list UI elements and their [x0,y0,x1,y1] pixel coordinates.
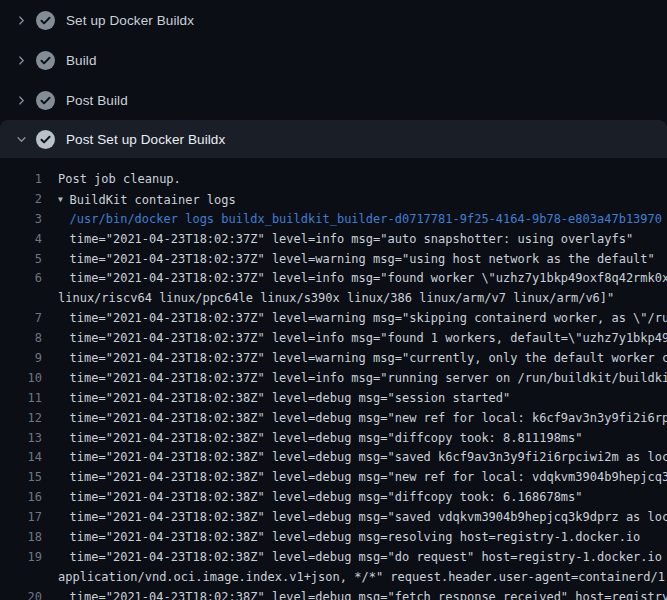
log-row: 6time="2021-04-23T18:02:37Z" level=info … [0,269,667,289]
log-row: 7time="2021-04-23T18:02:37Z" level=warni… [0,309,667,329]
log-line-number[interactable]: 14 [0,448,42,468]
log-line-number[interactable]: 18 [0,528,42,548]
chevron-right-icon[interactable] [10,95,32,106]
log-row: 20time="2021-04-23T18:02:38Z" level=debu… [0,588,667,600]
log-line-text: Post job cleanup. [58,170,181,190]
chevron-right-icon[interactable] [10,55,32,66]
log-line-number[interactable]: 6 [0,269,42,289]
step-row-set-up-docker-buildx[interactable]: Set up Docker Buildx [0,0,667,40]
log-line-number[interactable]: 11 [0,389,42,409]
check-circle-icon [36,51,55,70]
log-line-text: time="2021-04-23T18:02:38Z" level=debug … [58,468,667,488]
actions-log-viewer: Set up Docker Buildx Build Post Build [0,0,667,600]
chevron-down-icon[interactable] [10,134,32,145]
step-title: Post Build [66,93,128,108]
log-row: 10time="2021-04-23T18:02:37Z" level=info… [0,369,667,389]
log-row: 1Post job cleanup. [0,170,667,190]
log-row: 13time="2021-04-23T18:02:38Z" level=debu… [0,429,667,449]
log-row: 18time="2021-04-23T18:02:38Z" level=debu… [0,528,667,548]
log-line-text: time="2021-04-23T18:02:38Z" level=debug … [58,488,583,508]
check-circle-icon [36,11,55,30]
log-line-number[interactable]: 20 [0,588,42,600]
log-line-text: time="2021-04-23T18:02:37Z" level=info m… [58,329,667,349]
log-line-number[interactable]: 4 [0,230,42,250]
step-title: Post Set up Docker Buildx [66,132,225,147]
log-command-text: /usr/bin/docker logs buildx_buildkit_bui… [58,210,662,230]
log-line-text: time="2021-04-23T18:02:38Z" level=debug … [58,409,667,429]
log-line-number[interactable]: 13 [0,429,42,449]
log-line-text: time="2021-04-23T18:02:37Z" level=info m… [58,230,633,250]
log-line-text: time="2021-04-23T18:02:38Z" level=debug … [58,588,667,600]
log-line-text: time="2021-04-23T18:02:38Z" level=debug … [58,389,510,409]
log-area: 1Post job cleanup.2▼BuildKit container l… [0,158,667,600]
log-line-number[interactable]: 2 [0,190,42,210]
log-row: 9time="2021-04-23T18:02:37Z" level=warni… [0,349,667,369]
check-circle-icon [36,91,55,110]
steps-list: Set up Docker Buildx Build Post Build [0,0,667,120]
log-group-label: BuildKit container logs [70,192,236,206]
log-row: 12time="2021-04-23T18:02:38Z" level=debu… [0,409,667,429]
step-title: Build [66,53,97,68]
log-row: linux/riscv64 linux/ppc64le linux/s390x … [0,289,667,309]
log-row: 4time="2021-04-23T18:02:37Z" level=info … [0,230,667,250]
log-line-text: time="2021-04-23T18:02:38Z" level=debug … [58,528,640,548]
log-line-text: time="2021-04-23T18:02:38Z" level=debug … [58,508,667,528]
log-group-toggle[interactable]: ▼BuildKit container logs [58,190,236,210]
log-line-number[interactable]: 10 [0,369,42,389]
log-line-number [0,289,42,309]
log-row: 19time="2021-04-23T18:02:38Z" level=debu… [0,548,667,568]
log-line-text: time="2021-04-23T18:02:38Z" level=debug … [58,429,583,449]
log-line-text: time="2021-04-23T18:02:37Z" level=warnin… [58,349,667,369]
log-row: 11time="2021-04-23T18:02:38Z" level=debu… [0,389,667,409]
log-row: 3/usr/bin/docker logs buildx_buildkit_bu… [0,210,667,230]
log-row: 17time="2021-04-23T18:02:38Z" level=debu… [0,508,667,528]
log-row: application/vnd.oci.image.index.v1+json,… [0,568,667,588]
log-line-number[interactable]: 5 [0,250,42,270]
log-row: 14time="2021-04-23T18:02:38Z" level=debu… [0,448,667,468]
log-row: 8time="2021-04-23T18:02:37Z" level=info … [0,329,667,349]
log-line-text: time="2021-04-23T18:02:37Z" level=warnin… [58,309,667,329]
step-title: Set up Docker Buildx [66,13,194,28]
log-row: 5time="2021-04-23T18:02:37Z" level=warni… [0,250,667,270]
check-circle-icon [36,130,55,149]
log-line-text: time="2021-04-23T18:02:37Z" level=warnin… [58,250,655,270]
log-line-text: time="2021-04-23T18:02:38Z" level=debug … [58,448,667,468]
log-row: 15time="2021-04-23T18:02:38Z" level=debu… [0,468,667,488]
log-line-number [0,568,42,588]
log-line-number[interactable]: 12 [0,409,42,429]
log-line-number[interactable]: 8 [0,329,42,349]
step-row-post-build[interactable]: Post Build [0,80,667,120]
step-row-build[interactable]: Build [0,40,667,80]
group-collapse-triangle-icon[interactable]: ▼ [58,190,70,210]
log-row: 16time="2021-04-23T18:02:38Z" level=debu… [0,488,667,508]
log-line-number[interactable]: 19 [0,548,42,568]
log-line-text: time="2021-04-23T18:02:38Z" level=debug … [58,548,667,568]
step-row-post-set-up-docker-buildx-expanded[interactable]: Post Set up Docker Buildx [0,120,667,158]
log-line-number[interactable]: 15 [0,468,42,488]
log-line-number[interactable]: 16 [0,488,42,508]
log-line-text: linux/riscv64 linux/ppc64le linux/s390x … [58,289,614,309]
log-row: 2▼BuildKit container logs [0,190,667,210]
log-line-number[interactable]: 1 [0,170,42,190]
log-line-number[interactable]: 9 [0,349,42,369]
chevron-right-icon[interactable] [10,15,32,26]
log-line-number[interactable]: 7 [0,309,42,329]
log-line-text: time="2021-04-23T18:02:37Z" level=info m… [58,369,667,389]
log-line-text: application/vnd.oci.image.index.v1+json,… [58,568,667,588]
log-line-text: time="2021-04-23T18:02:37Z" level=info m… [58,269,667,289]
log-line-number[interactable]: 17 [0,508,42,528]
log-line-number[interactable]: 3 [0,210,42,230]
